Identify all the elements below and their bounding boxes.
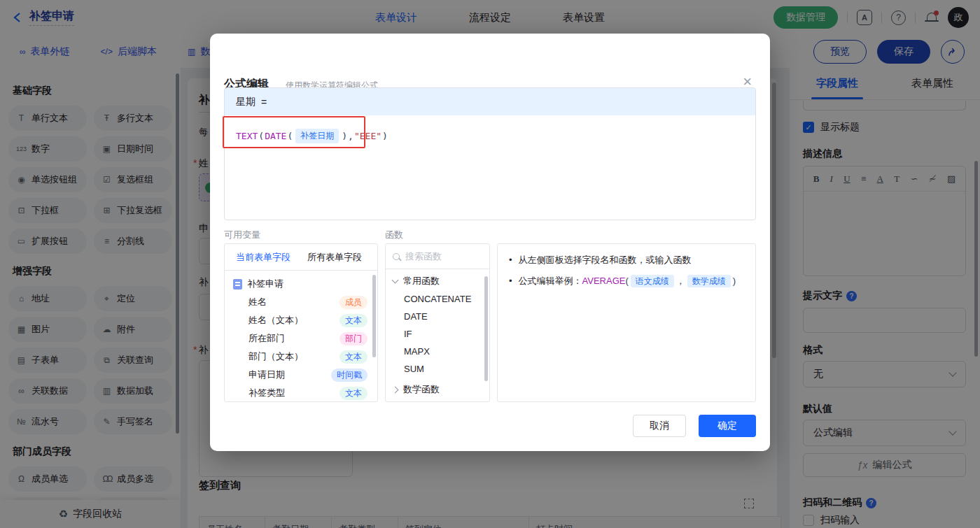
variable-item[interactable]: 补签类型文本 bbox=[225, 384, 377, 402]
equals-sign: = bbox=[261, 97, 267, 108]
variable-item[interactable]: 申请日期时间戳 bbox=[225, 366, 377, 384]
type-tag: 部门 bbox=[340, 332, 368, 345]
form-designer-app: 补签申请 表单设计 流程设定 表单设置 数据管理 A ? 政 ∞表单外链 </>… bbox=[0, 0, 980, 528]
type-tag: 成员 bbox=[340, 296, 368, 309]
type-tag: 文本 bbox=[340, 350, 368, 364]
group-text-functions[interactable]: 文本函数 bbox=[386, 399, 489, 402]
variables-root-node[interactable]: 补签申请 bbox=[225, 271, 377, 293]
function-item[interactable]: IF bbox=[386, 325, 489, 343]
variables-label: 可用变量 bbox=[224, 229, 260, 241]
function-search-input[interactable] bbox=[405, 251, 475, 262]
search-icon bbox=[393, 253, 400, 260]
string-token: "EEE" bbox=[354, 131, 382, 141]
group-math-functions[interactable]: 数学函数 bbox=[386, 378, 489, 399]
confirm-button[interactable]: 确定 bbox=[699, 415, 756, 437]
function-token: DATE bbox=[265, 131, 286, 141]
variable-item[interactable]: 姓名成员 bbox=[225, 293, 377, 311]
chevron-down-icon bbox=[392, 277, 399, 284]
help-line-1: 从左侧面板选择字段名和函数，或输入函数 bbox=[519, 253, 692, 267]
formula-expression[interactable]: TEXT(DATE(补签日期),"EEE") bbox=[236, 129, 388, 143]
functions-label: 函数 bbox=[385, 229, 403, 241]
form-doc-icon bbox=[233, 279, 242, 290]
tab-current-form-fields[interactable]: 当前表单字段 bbox=[236, 251, 290, 264]
formula-target: 星期 = bbox=[225, 88, 755, 115]
function-item[interactable]: DATE bbox=[386, 308, 489, 325]
type-tag: 时间戳 bbox=[331, 369, 368, 382]
function-token: TEXT bbox=[236, 131, 258, 141]
function-search[interactable] bbox=[386, 244, 489, 269]
chevron-right-icon bbox=[392, 386, 399, 393]
variables-scrollbar[interactable] bbox=[372, 275, 376, 357]
formula-editor[interactable]: 星期 = TEXT(DATE(补签日期),"EEE") bbox=[224, 87, 756, 220]
formula-help-panel: • 从左侧面板选择字段名和函数，或输入函数 • 公式编辑举例：AVERAGE(语… bbox=[497, 243, 756, 402]
function-item[interactable]: SUM bbox=[386, 360, 489, 378]
help-line-2: 公式编辑举例：AVERAGE(语文成绩，数学成绩) bbox=[519, 274, 736, 288]
functions-scrollbar[interactable] bbox=[484, 276, 488, 381]
function-item[interactable]: CONCATENATE bbox=[386, 290, 489, 308]
variables-panel: 当前表单字段 所有表单字段 补签申请 姓名成员 姓名（文本）文本 所在部门部门 … bbox=[224, 243, 378, 402]
type-tag: 文本 bbox=[340, 387, 368, 400]
variable-item[interactable]: 所在部门部门 bbox=[225, 329, 377, 348]
tab-all-form-fields[interactable]: 所有表单字段 bbox=[307, 251, 362, 264]
cancel-button[interactable]: 取消 bbox=[633, 415, 686, 437]
group-common-functions[interactable]: 常用函数 bbox=[386, 269, 489, 290]
variable-item[interactable]: 部门（文本）文本 bbox=[225, 348, 377, 366]
field-chip[interactable]: 补签日期 bbox=[295, 129, 339, 143]
formula-edit-modal: 公式编辑 使用数学运算符编辑公式 × 星期 = TEXT(DATE(补签日期),… bbox=[210, 34, 770, 451]
type-tag: 文本 bbox=[340, 314, 368, 327]
functions-panel: 常用函数 CONCATENATE DATE IF MAPX SUM 数学函数 文… bbox=[385, 243, 490, 402]
function-item[interactable]: MAPX bbox=[386, 343, 489, 360]
formula-field-name: 星期 bbox=[236, 96, 255, 108]
variable-item[interactable]: 姓名（文本）文本 bbox=[225, 311, 377, 329]
